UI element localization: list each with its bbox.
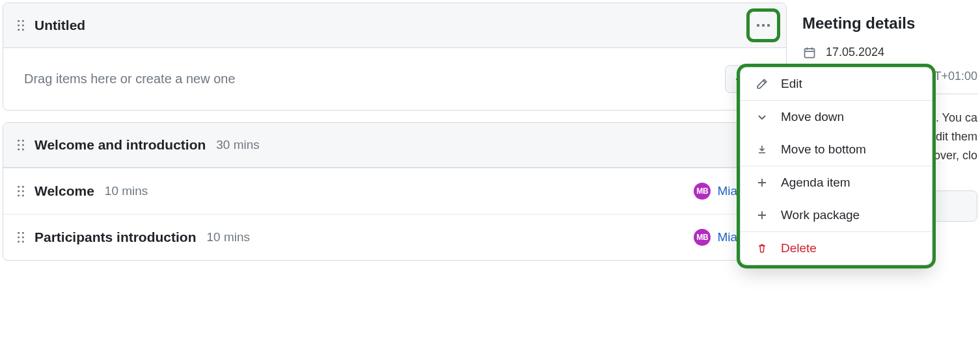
agenda-main-column: Untitled Drag items here or create a new… <box>3 3 787 337</box>
svg-point-18 <box>22 190 24 192</box>
agenda-item-row[interactable]: Welcome 10 mins MB Mia Bayer <box>3 168 786 214</box>
menu-item-label: Agenda item <box>781 176 851 190</box>
drag-handle-icon[interactable] <box>16 20 25 31</box>
svg-point-5 <box>22 29 24 31</box>
meeting-date-row: 17.05.2024 <box>802 46 977 59</box>
plus-icon <box>755 210 769 220</box>
menu-item-label: Delete <box>781 241 817 255</box>
menu-item-move-down[interactable]: Move down <box>741 101 932 133</box>
svg-point-6 <box>757 24 759 27</box>
plus-icon <box>755 177 769 188</box>
drag-handle-icon[interactable] <box>16 231 25 243</box>
svg-point-3 <box>22 24 24 26</box>
pencil-icon <box>755 78 769 90</box>
section-duration: 30 mins <box>216 138 260 152</box>
svg-point-14 <box>22 148 24 150</box>
menu-item-agenda-item[interactable]: Agenda item <box>741 166 932 199</box>
svg-point-25 <box>18 241 20 242</box>
svg-rect-27 <box>805 48 815 57</box>
svg-point-0 <box>18 20 20 22</box>
empty-state-hint: Drag items here or create a new one <box>24 72 236 86</box>
chevron-down-icon <box>755 112 769 122</box>
svg-point-16 <box>22 186 24 188</box>
section-actions-menu: Edit Move down Move to bottom Agenda ite… <box>740 67 932 265</box>
svg-point-19 <box>18 194 20 196</box>
section-title[interactable]: Welcome and introduction <box>34 137 206 153</box>
meeting-date: 17.05.2024 <box>826 46 884 59</box>
agenda-item-duration: 10 mins <box>207 230 251 244</box>
calendar-icon <box>802 46 817 59</box>
svg-point-4 <box>18 29 20 31</box>
section-empty-body: Drag items here or create a new one A <box>3 48 786 110</box>
section-title[interactable]: Untitled <box>34 18 85 33</box>
drag-handle-icon[interactable] <box>16 139 25 151</box>
menu-item-label: Move down <box>781 110 844 124</box>
menu-item-work-package[interactable]: Work package <box>741 199 932 231</box>
drag-handle-icon[interactable] <box>16 185 25 197</box>
svg-point-10 <box>22 140 24 142</box>
agenda-item-row[interactable]: Participants introduction 10 mins MB Mia… <box>3 214 786 260</box>
svg-point-21 <box>18 232 20 234</box>
svg-point-23 <box>18 236 20 238</box>
meeting-details-title: Meeting details <box>802 14 977 33</box>
avatar: MB <box>694 183 711 200</box>
agenda-section-untitled: Untitled Drag items here or create a new… <box>3 3 787 111</box>
svg-point-9 <box>18 140 20 142</box>
move-to-bottom-icon <box>755 144 769 155</box>
svg-point-1 <box>22 20 24 22</box>
svg-point-24 <box>22 236 24 238</box>
menu-item-edit[interactable]: Edit <box>741 68 932 100</box>
section-header: Untitled <box>3 3 786 48</box>
trash-icon <box>755 243 769 254</box>
menu-item-label: Work package <box>781 208 860 222</box>
menu-item-delete[interactable]: Delete <box>741 232 932 265</box>
svg-point-17 <box>18 190 20 192</box>
svg-point-7 <box>762 24 765 27</box>
menu-item-move-to-bottom[interactable]: Move to bottom <box>741 133 932 166</box>
svg-point-11 <box>18 144 20 146</box>
agenda-item-duration: 10 mins <box>105 184 148 198</box>
agenda-item-title: Welcome <box>34 183 94 199</box>
svg-point-22 <box>22 232 24 234</box>
agenda-section-welcome: Welcome and introduction 30 mins Welcome… <box>3 122 787 261</box>
svg-point-20 <box>22 194 24 196</box>
svg-point-13 <box>18 148 20 150</box>
avatar: MB <box>694 229 711 246</box>
agenda-item-title: Participants introduction <box>34 229 197 245</box>
svg-point-2 <box>18 24 20 26</box>
menu-item-label: Edit <box>781 77 802 91</box>
svg-point-26 <box>22 241 24 242</box>
svg-point-8 <box>767 24 770 27</box>
svg-point-15 <box>18 186 20 188</box>
svg-point-12 <box>22 144 24 146</box>
section-header: Welcome and introduction 30 mins <box>3 123 786 168</box>
section-more-button[interactable] <box>748 10 778 40</box>
menu-item-label: Move to bottom <box>781 142 866 157</box>
